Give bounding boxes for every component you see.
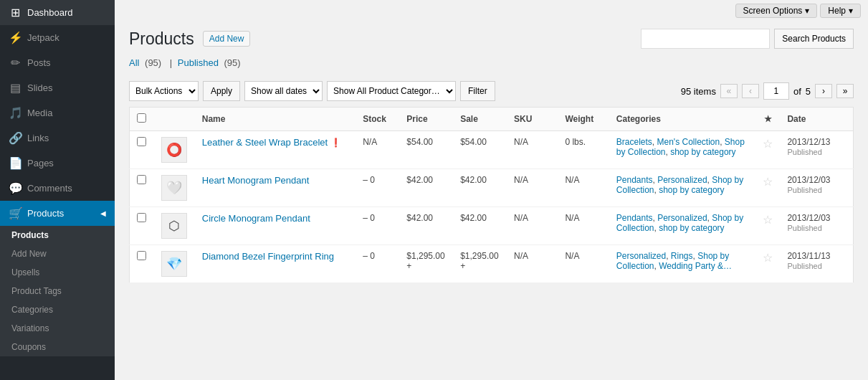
product-thumb-cell: ⭕	[154, 131, 195, 169]
status-all-count: (95)	[145, 57, 161, 68]
featured-cell: ☆	[755, 131, 781, 169]
submenu-item-products[interactable]: Products	[0, 226, 115, 244]
status-links: All (95) | Published (95)	[129, 57, 244, 68]
help-button[interactable]: Help ▾	[820, 4, 861, 18]
first-page-button[interactable]: «	[720, 84, 738, 98]
row-checkbox[interactable]	[137, 137, 146, 146]
row-checkbox[interactable]	[137, 175, 146, 184]
last-page-button[interactable]: »	[836, 84, 854, 98]
row-checkbox-cell	[130, 207, 154, 245]
of-label: of	[793, 86, 801, 97]
category-link[interactable]: shop by category	[659, 223, 724, 233]
select-all-checkbox[interactable]	[137, 113, 146, 123]
products-table: Name Stock Price Sale SKU Weight Categor…	[129, 107, 854, 283]
sku-col-header: SKU	[507, 108, 558, 131]
submenu-item-upsells[interactable]: Upsells	[0, 263, 115, 282]
table-row: ⬡ Circle Monogram Pendant – 0 $42.00 $42…	[130, 207, 854, 245]
featured-star-icon[interactable]: ☆	[763, 176, 773, 188]
categories-cell: Pendants, Personalized, Shop by Collecti…	[609, 207, 755, 245]
product-name-link[interactable]: Diamond Bezel Fingerprint Ring	[202, 251, 334, 262]
product-name-link[interactable]: Heart Monogram Pendant	[202, 175, 310, 186]
total-items-label: 95 items	[681, 86, 716, 97]
sale-cell: $42.00	[453, 169, 507, 207]
sidebar-item-posts[interactable]: ✏ Posts	[0, 50, 115, 75]
submenu-label: Product Tags	[11, 286, 62, 296]
row-checkbox[interactable]	[137, 251, 146, 260]
featured-star-icon[interactable]: ☆	[763, 138, 773, 150]
sale-col-header: Sale	[453, 108, 507, 131]
sidebar-item-label: Pages	[27, 158, 54, 168]
featured-star-icon[interactable]: ☆	[763, 252, 773, 264]
next-page-button[interactable]: ›	[815, 84, 832, 98]
filter-button[interactable]: Filter	[460, 81, 495, 101]
table-row: 🤍 Heart Monogram Pendant – 0 $42.00 $42.…	[130, 169, 854, 207]
sku-cell: N/A	[507, 245, 558, 283]
submenu-item-product-tags[interactable]: Product Tags	[0, 282, 115, 300]
submenu-item-coupons[interactable]: Coupons	[0, 338, 115, 356]
category-link[interactable]: Bracelets	[616, 137, 652, 147]
weight-cell: 0 lbs.	[558, 131, 609, 169]
sidebar-item-label: Comments	[27, 183, 72, 194]
category-link[interactable]: Pendants	[616, 213, 653, 223]
sidebar-item-links[interactable]: 🔗 Links	[0, 125, 115, 151]
show-all-categories-select[interactable]: Show All Product Categor…	[327, 81, 456, 101]
bulk-actions-select[interactable]: Bulk Actions	[129, 81, 199, 101]
screen-options-button[interactable]: Screen Options ▾	[735, 4, 818, 18]
date-status: Published	[787, 148, 821, 156]
filters-right: 95 items « ‹ of 5 › »	[681, 82, 854, 100]
category-link[interactable]: shop by category	[670, 147, 735, 157]
submenu-label: Variations	[11, 323, 49, 333]
product-thumbnail: 💎	[161, 251, 187, 277]
submenu-item-add-new[interactable]: Add New	[0, 244, 115, 263]
category-link[interactable]: Pendants	[616, 175, 653, 185]
dashboard-icon: ⊞	[9, 6, 22, 19]
product-name-cell: Leather & Steel Wrap Bracelet ❗	[195, 131, 356, 169]
row-checkbox[interactable]	[137, 213, 146, 222]
main-content: Products Add New Search Products All (95…	[115, 22, 868, 380]
sidebar-item-media[interactable]: 🎵 Media	[0, 100, 115, 125]
add-new-button[interactable]: Add New	[203, 31, 251, 47]
category-link[interactable]: Personalized	[657, 175, 707, 185]
row-checkbox-cell	[130, 245, 154, 283]
status-all-link[interactable]: All (95)	[129, 57, 164, 68]
sidebar-item-slides[interactable]: ▤ Slides	[0, 75, 115, 100]
sidebar-item-label: Media	[27, 108, 52, 118]
submenu-item-variations[interactable]: Variations	[0, 319, 115, 338]
category-link[interactable]: Rings	[671, 251, 693, 261]
search-products-button[interactable]: Search Products	[774, 29, 854, 49]
search-input[interactable]	[641, 29, 770, 49]
sidebar-item-comments[interactable]: 💬 Comments	[0, 176, 115, 201]
status-published-count: (95)	[224, 57, 241, 68]
category-link[interactable]: Personalized	[657, 213, 707, 223]
product-name-link[interactable]: Leather & Steel Wrap Bracelet ❗	[202, 137, 341, 148]
featured-star-icon[interactable]: ☆	[763, 214, 773, 226]
row-checkbox-cell	[130, 169, 154, 207]
products-submenu: Products Add New Upsells Product Tags Ca…	[0, 226, 115, 356]
links-icon: 🔗	[9, 131, 22, 145]
show-all-dates-select[interactable]: Show all dates	[244, 81, 323, 101]
slides-icon: ▤	[9, 81, 22, 95]
sidebar-item-jetpack[interactable]: ⚡ Jetpack	[0, 25, 115, 50]
product-thumb-cell: ⬡	[154, 207, 195, 245]
product-thumb-cell: 💎	[154, 245, 195, 283]
status-published-link[interactable]: Published (95)	[178, 57, 244, 68]
sidebar-item-pages[interactable]: 📄 Pages	[0, 151, 115, 176]
submenu-item-categories[interactable]: Categories	[0, 300, 115, 319]
apply-button[interactable]: Apply	[203, 81, 240, 101]
table-header-row: Name Stock Price Sale SKU Weight Categor…	[130, 108, 854, 131]
category-link[interactable]: Personalized	[616, 251, 666, 261]
stock-cell: N/A	[356, 131, 399, 169]
product-name-link[interactable]: Circle Monogram Pendant	[202, 213, 310, 224]
category-link[interactable]: Wedding Party &…	[659, 261, 732, 271]
weight-col-header: Weight	[558, 108, 609, 131]
screen-options-chevron-icon: ▾	[805, 6, 809, 16]
page-number-input[interactable]	[763, 82, 789, 100]
submenu-label: Coupons	[11, 342, 46, 352]
sidebar-item-products[interactable]: 🛒 Products ◀	[0, 201, 115, 226]
category-link[interactable]: shop by category	[659, 185, 724, 195]
sidebar-item-dashboard[interactable]: ⊞ Dashboard	[0, 0, 115, 25]
comments-icon: 💬	[9, 181, 22, 195]
prev-page-button[interactable]: ‹	[742, 84, 759, 98]
category-link[interactable]: Men's Collection	[657, 137, 720, 147]
weight-cell: N/A	[558, 245, 609, 283]
